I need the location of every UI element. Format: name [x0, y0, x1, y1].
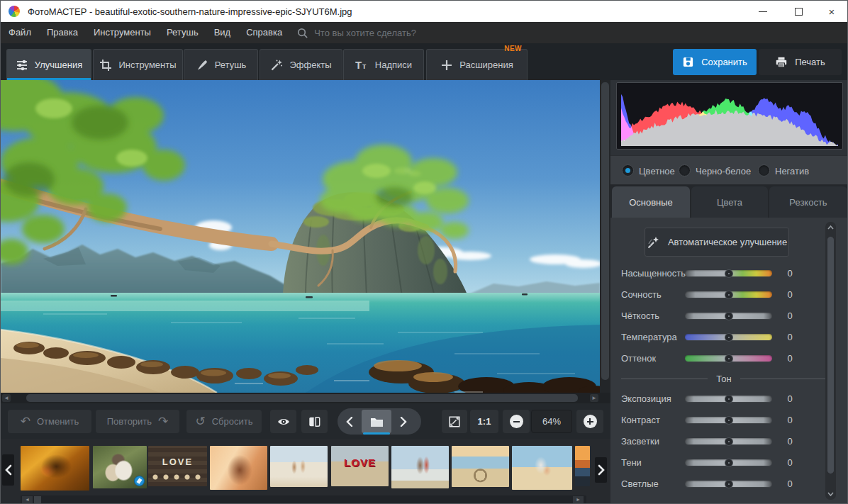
thumbnail[interactable] — [210, 446, 267, 490]
menu-edit[interactable]: Правка — [39, 22, 86, 43]
filmstrip-scrollbar-thumb[interactable] — [34, 496, 41, 503]
whites-slider[interactable] — [685, 481, 772, 487]
highlights-slider[interactable] — [685, 438, 772, 444]
tab-effects[interactable]: Эффекты — [260, 49, 342, 80]
thumbnail[interactable] — [270, 446, 328, 487]
tab-enhancements[interactable]: Улучшения — [6, 49, 91, 80]
temperature-slider[interactable] — [685, 334, 772, 340]
slider-handle[interactable] — [725, 270, 732, 277]
scroll-right-icon[interactable]: ► — [590, 394, 598, 402]
exposure-slider[interactable] — [685, 396, 772, 402]
show-original-button[interactable] — [270, 410, 296, 433]
previous-photo-button[interactable] — [337, 408, 362, 435]
menu-help[interactable]: Справка — [238, 22, 290, 43]
next-photo-button[interactable] — [391, 408, 415, 435]
menu-retouch[interactable]: Ретушь — [159, 22, 206, 43]
zoom-in-button[interactable] — [576, 410, 603, 433]
actual-size-button[interactable]: 1:1 — [470, 410, 498, 433]
slider-value: 0 — [776, 436, 804, 447]
scroll-left-icon[interactable]: ◄ — [2, 394, 11, 402]
filmstrip-scroll-right-button[interactable] — [595, 457, 607, 483]
redo-button[interactable]: Повторить ↷ — [96, 410, 179, 433]
menu-view[interactable]: Вид — [206, 22, 239, 43]
tab-captions[interactable]: T т Надписи — [343, 49, 424, 80]
thumbnail[interactable]: LOVE — [331, 446, 389, 486]
scroll-up-icon[interactable] — [825, 222, 836, 233]
slider-handle[interactable] — [725, 459, 732, 466]
canvas-vertical-scrollbar-thumb[interactable] — [601, 82, 609, 380]
slider-handle[interactable] — [725, 291, 732, 298]
minimize-button[interactable] — [747, 1, 779, 22]
slider-handle[interactable] — [725, 481, 732, 488]
tab-label: Инструменты — [118, 60, 176, 70]
slider-value: 0 — [776, 353, 804, 364]
slider-handle[interactable] — [725, 313, 732, 320]
slider-handle[interactable] — [725, 334, 732, 341]
undo-button[interactable]: ↶ Отменить — [8, 410, 91, 433]
text-icon: T т — [355, 59, 369, 72]
quick-search-input[interactable]: Что вы хотите сделать? — [296, 27, 416, 39]
panel-tab-basic[interactable]: Основные — [612, 186, 690, 218]
slider-handle[interactable] — [725, 396, 732, 403]
vibrance-slider[interactable] — [685, 291, 772, 298]
radio-label-negative[interactable]: Негатив — [775, 166, 809, 177]
reset-button[interactable]: ↺ Сбросить — [186, 410, 262, 433]
tab-tools[interactable]: Инструменты — [93, 49, 183, 80]
scroll-down-icon[interactable] — [825, 488, 836, 500]
slider-handle[interactable] — [725, 438, 732, 445]
radio-label-bw[interactable]: Черно-белое — [696, 166, 751, 177]
panel-tab-colors[interactable]: Цвета — [691, 186, 768, 218]
radio-color-mode[interactable] — [622, 164, 634, 177]
thumbnail[interactable] — [452, 446, 509, 487]
photo-canvas[interactable] — [1, 80, 600, 393]
menu-tools[interactable]: Инструменты — [86, 22, 159, 43]
scroll-right-icon[interactable]: ► — [573, 496, 584, 503]
filmstrip-scrollbar[interactable]: ◄ ► — [21, 495, 586, 504]
crop-icon — [99, 59, 112, 72]
close-button[interactable]: × — [816, 1, 847, 22]
contrast-slider[interactable] — [685, 417, 772, 423]
thumbnail[interactable] — [93, 446, 147, 488]
canvas-horizontal-scrollbar[interactable]: ◄ ► — [1, 393, 610, 403]
menu-file[interactable]: Файл — [1, 22, 39, 43]
maximize-button[interactable] — [783, 1, 814, 22]
slider-handle[interactable] — [725, 417, 732, 424]
thumbnail[interactable] — [575, 446, 590, 486]
before-after-compare-button[interactable] — [301, 410, 328, 433]
radio-negative-mode[interactable] — [758, 164, 770, 177]
fit-to-screen-button[interactable] — [442, 410, 467, 433]
thumbnail[interactable] — [391, 446, 449, 488]
radio-bw-mode[interactable] — [679, 164, 691, 177]
radio-label-color[interactable]: Цветное — [639, 166, 675, 177]
clarity-slider[interactable] — [685, 313, 772, 319]
thumbnail[interactable]: LOVE — [148, 446, 207, 486]
thumbnail[interactable] — [512, 446, 572, 490]
filmstrip-scroll-left-button[interactable] — [2, 454, 14, 486]
print-button[interactable]: Печать — [759, 49, 842, 75]
scroll-left-icon[interactable]: ◄ — [22, 496, 33, 503]
redo-icon: ↷ — [158, 415, 168, 427]
canvas-horizontal-scrollbar-thumb[interactable] — [26, 394, 578, 402]
zoom-out-button[interactable] — [503, 410, 530, 433]
saturation-slider[interactable] — [685, 270, 772, 276]
tint-slider[interactable] — [685, 355, 772, 362]
slider-value: 0 — [776, 478, 804, 489]
plus-icon — [440, 59, 453, 72]
panel-scrollbar-thumb[interactable] — [827, 236, 835, 474]
slider-handle[interactable] — [725, 355, 732, 362]
save-button[interactable]: Сохранить — [673, 49, 757, 75]
zoom-level[interactable]: 64% — [531, 410, 572, 433]
panel-scrollbar[interactable] — [825, 222, 836, 500]
thumbnail-text: LOVE — [331, 457, 389, 469]
auto-enhance-button[interactable]: Автоматическое улучшение — [645, 228, 789, 257]
tab-label: Надписи — [375, 60, 412, 70]
open-folder-button[interactable] — [362, 410, 391, 433]
canvas-vertical-scrollbar[interactable] — [600, 80, 610, 393]
shadows-slider[interactable] — [685, 459, 772, 466]
tab-extensions[interactable]: NEW Расширения — [426, 49, 528, 80]
tab-retouch[interactable]: Ретушь — [184, 49, 258, 80]
magic-wand-icon — [270, 59, 283, 72]
panel-tab-sharpness[interactable]: Резкость — [769, 186, 847, 218]
thumbnail[interactable] — [21, 446, 89, 491]
slider-value: 0 — [776, 289, 804, 300]
